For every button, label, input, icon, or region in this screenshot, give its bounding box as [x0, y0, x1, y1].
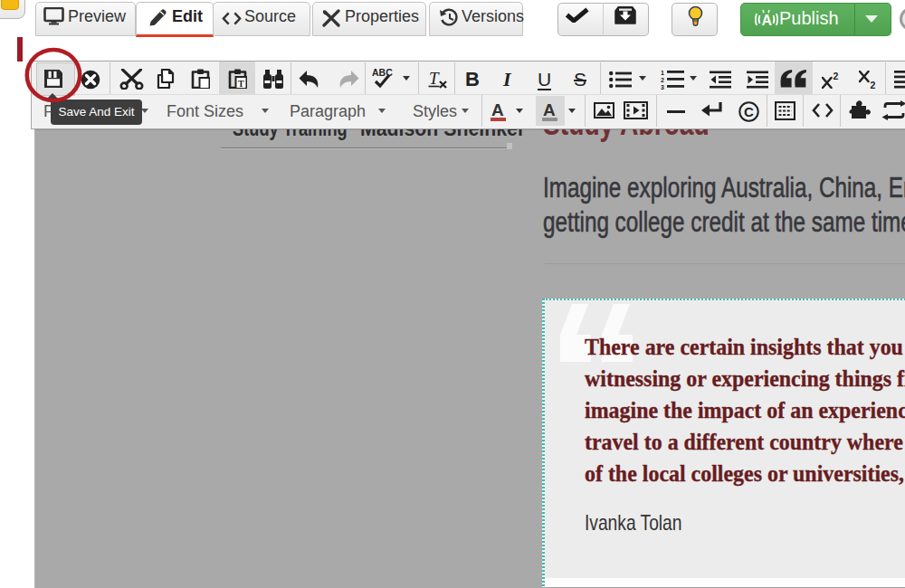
svg-text:2: 2	[834, 71, 839, 81]
svg-text:T: T	[429, 70, 440, 88]
svg-text:1: 1	[661, 70, 664, 76]
svg-text:T: T	[238, 79, 244, 89]
svg-text:2: 2	[871, 80, 876, 90]
svg-text:3: 3	[661, 84, 664, 90]
svg-text:C: C	[744, 104, 754, 119]
svg-text:A: A	[762, 13, 773, 28]
svg-text:2: 2	[661, 77, 664, 83]
